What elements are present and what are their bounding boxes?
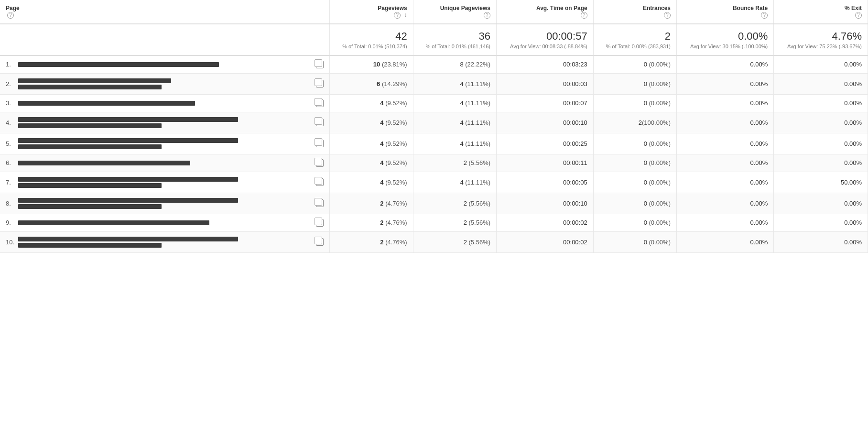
avg-time-cell: 00:03:23 bbox=[497, 55, 594, 74]
col-pct-exit: % Exit ? bbox=[774, 0, 868, 24]
table-row: 2. 6 (14.29%)4 (11.11%)00:00:030 (0.00%)… bbox=[0, 73, 868, 94]
copy-icon[interactable] bbox=[316, 99, 324, 107]
unique-pageviews-cell: 4 (11.11%) bbox=[413, 94, 496, 112]
page-link-block[interactable] bbox=[18, 198, 311, 209]
copy-icon[interactable] bbox=[316, 159, 324, 167]
unique-pageviews-cell: 2 (5.56%) bbox=[413, 214, 496, 231]
page-link-block[interactable] bbox=[18, 117, 311, 128]
page-bar-secondary bbox=[18, 123, 162, 128]
page-link-block[interactable] bbox=[18, 220, 311, 225]
pageviews-cell: 2 (4.76%) bbox=[330, 231, 413, 252]
page-cell-3: 3. bbox=[0, 94, 330, 112]
summary-bounce-rate: 0.00% Avg for View: 30.15% (-100.00%) bbox=[677, 24, 774, 55]
page-bar-primary bbox=[18, 198, 238, 203]
page-cell-10: 10. bbox=[0, 231, 330, 252]
pageviews-help-icon[interactable]: ? bbox=[394, 12, 401, 19]
avg-time-cell: 00:00:07 bbox=[497, 94, 594, 112]
copy-icon[interactable] bbox=[316, 119, 324, 126]
pct-exit-help-icon[interactable]: ? bbox=[855, 12, 862, 19]
pageviews-cell: 10 (23.81%) bbox=[330, 55, 413, 74]
unique-pageviews-cell: 2 (5.56%) bbox=[413, 193, 496, 214]
page-cell-7: 7. bbox=[0, 172, 330, 193]
page-bar-primary bbox=[18, 177, 238, 182]
col-pageviews: Pageviews ? ↓ bbox=[330, 0, 413, 24]
bounce-rate-help-icon[interactable]: ? bbox=[761, 12, 768, 19]
page-cell-2: 2. bbox=[0, 73, 330, 94]
summary-avg-time: 00:00:57 Avg for View: 00:08:33 (-88.84%… bbox=[497, 24, 594, 55]
col-unique-pageviews: Unique Pageviews ? bbox=[413, 0, 496, 24]
avg-time-cell: 00:00:02 bbox=[497, 231, 594, 252]
table-row: 3. 4 (9.52%)4 (11.11%)00:00:070 (0.00%)0… bbox=[0, 94, 868, 112]
bounce-rate-cell: 0.00% bbox=[677, 133, 774, 154]
copy-icon[interactable] bbox=[316, 140, 324, 147]
row-number: 3. bbox=[6, 99, 15, 107]
copy-icon[interactable] bbox=[316, 199, 324, 207]
avg-time-help-icon[interactable]: ? bbox=[581, 12, 587, 19]
avg-time-cell: 00:00:10 bbox=[497, 193, 594, 214]
page-cell-1: 1. bbox=[0, 55, 330, 74]
page-link-block[interactable] bbox=[18, 78, 311, 89]
copy-icon[interactable] bbox=[316, 61, 324, 68]
bounce-rate-cell: 0.00% bbox=[677, 73, 774, 94]
table-header: Page ? Pageviews ? ↓ Unique Pageviews ? … bbox=[0, 0, 868, 24]
avg-time-cell: 00:00:02 bbox=[497, 214, 594, 231]
entrances-cell: 2(100.00%) bbox=[593, 112, 676, 133]
pageviews-cell: 2 (4.76%) bbox=[330, 193, 413, 214]
copy-icon[interactable] bbox=[316, 219, 324, 227]
table-row: 6. 4 (9.52%)2 (5.56%)00:00:110 (0.00%)0.… bbox=[0, 154, 868, 172]
pct-exit-cell: 50.00% bbox=[774, 172, 868, 193]
page-link-block[interactable] bbox=[18, 62, 311, 67]
entrances-cell: 0 (0.00%) bbox=[593, 154, 676, 172]
col-bounce-rate: Bounce Rate ? bbox=[677, 0, 774, 24]
entrances-cell: 0 (0.00%) bbox=[593, 193, 676, 214]
entrances-help-icon[interactable]: ? bbox=[664, 12, 671, 19]
summary-pct-exit: 4.76% Avg for View: 75.23% (-93.67%) bbox=[774, 24, 868, 55]
page-link-block[interactable] bbox=[18, 177, 311, 188]
avg-time-cell: 00:00:03 bbox=[497, 73, 594, 94]
copy-icon[interactable] bbox=[316, 178, 324, 186]
unique-pageviews-cell: 4 (11.11%) bbox=[413, 112, 496, 133]
summary-page-cell bbox=[0, 24, 330, 55]
page-link-block[interactable] bbox=[18, 101, 311, 106]
col-entrances: Entrances ? bbox=[593, 0, 676, 24]
page-help-icon[interactable]: ? bbox=[7, 12, 14, 19]
row-number: 5. bbox=[6, 140, 15, 147]
unique-pageviews-cell: 2 (5.56%) bbox=[413, 231, 496, 252]
page-bar-secondary bbox=[18, 243, 162, 248]
pageviews-cell: 6 (14.29%) bbox=[330, 73, 413, 94]
page-bar-primary bbox=[18, 117, 238, 122]
page-link-block[interactable] bbox=[18, 237, 311, 248]
page-link-block[interactable] bbox=[18, 138, 311, 149]
bounce-rate-cell: 0.00% bbox=[677, 172, 774, 193]
page-link-block[interactable] bbox=[18, 161, 311, 165]
pageviews-cell: 4 (9.52%) bbox=[330, 133, 413, 154]
entrances-cell: 0 (0.00%) bbox=[593, 73, 676, 94]
row-number: 9. bbox=[6, 219, 15, 226]
table-row: 1. 10 (23.81%)8 (22.22%)00:03:230 (0.00%… bbox=[0, 55, 868, 74]
pct-exit-cell: 0.00% bbox=[774, 112, 868, 133]
page-cell-8: 8. bbox=[0, 193, 330, 214]
row-number: 10. bbox=[6, 239, 15, 246]
page-bar-primary bbox=[18, 161, 190, 165]
pageviews-cell: 4 (9.52%) bbox=[330, 94, 413, 112]
pct-exit-cell: 0.00% bbox=[774, 55, 868, 74]
copy-icon[interactable] bbox=[316, 238, 324, 246]
entrances-cell: 0 (0.00%) bbox=[593, 55, 676, 74]
unique-pageviews-cell: 4 (11.11%) bbox=[413, 133, 496, 154]
table-row: 7. 4 (9.52%)4 (11.11%)00:00:050 (0.00%)0… bbox=[0, 172, 868, 193]
unique-pageviews-cell: 4 (11.11%) bbox=[413, 73, 496, 94]
bounce-rate-cell: 0.00% bbox=[677, 214, 774, 231]
summary-unique: 36 % of Total: 0.01% (461,146) bbox=[413, 24, 496, 55]
page-bar-primary bbox=[18, 62, 219, 67]
pct-exit-cell: 0.00% bbox=[774, 154, 868, 172]
pct-exit-cell: 0.00% bbox=[774, 73, 868, 94]
copy-icon[interactable] bbox=[316, 80, 324, 87]
unique-pageviews-help-icon[interactable]: ? bbox=[484, 12, 490, 19]
page-bar-primary bbox=[18, 78, 171, 83]
page-cell-4: 4. bbox=[0, 112, 330, 133]
pageviews-sort-icon[interactable]: ↓ bbox=[404, 11, 407, 18]
pct-exit-cell: 0.00% bbox=[774, 193, 868, 214]
entrances-cell: 0 (0.00%) bbox=[593, 94, 676, 112]
pageviews-cell: 4 (9.52%) bbox=[330, 154, 413, 172]
entrances-cell: 0 (0.00%) bbox=[593, 133, 676, 154]
